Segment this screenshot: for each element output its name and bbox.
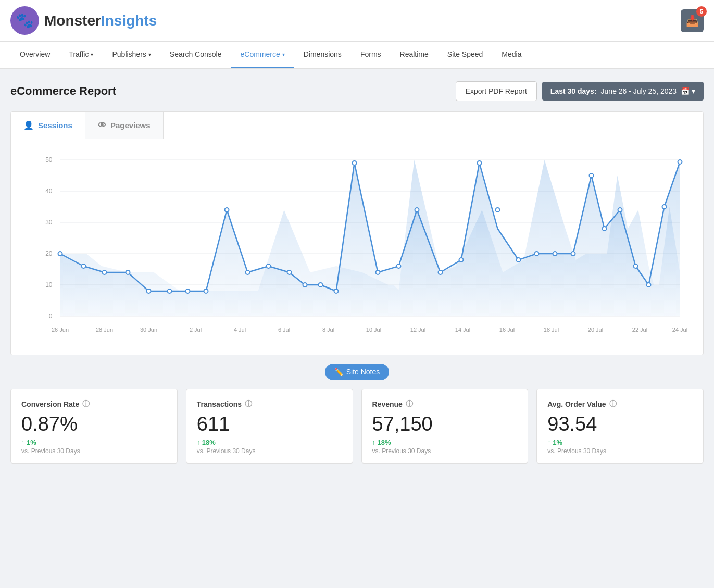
line-chart: 50 40 30 20 10 0 <box>21 149 693 347</box>
svg-text:40: 40 <box>45 187 53 195</box>
ecommerce-chevron: ▾ <box>282 52 285 57</box>
tab-pageviews[interactable]: 👁 Pageviews <box>85 112 164 139</box>
site-notes-button[interactable]: ✏️ Site Notes <box>325 364 390 380</box>
date-range-button[interactable]: Last 30 days: June 26 - July 25, 2023 📅 … <box>542 82 704 101</box>
stat-label-revenue: Revenue ⓘ <box>372 399 518 409</box>
pageviews-icon: 👁 <box>98 121 106 130</box>
data-point <box>376 270 380 274</box>
svg-text:24 Jul: 24 Jul <box>672 327 687 333</box>
header: 🐾 MonsterInsights 📥 5 <box>0 0 714 42</box>
pencil-icon: ✏️ <box>334 368 343 376</box>
data-point <box>319 283 323 287</box>
stat-period-revenue: vs. Previous 30 Days <box>372 447 518 455</box>
nav-item-publishers[interactable]: Publishers ▾ <box>103 42 160 68</box>
svg-text:22 Jul: 22 Jul <box>632 327 647 333</box>
stat-card-transactions: Transactions ⓘ 611 ↑ 18% vs. Previous 30… <box>186 389 353 464</box>
data-point <box>662 205 667 209</box>
svg-text:30: 30 <box>45 219 53 226</box>
data-point <box>647 283 651 287</box>
data-point <box>517 258 521 262</box>
nav-item-media[interactable]: Media <box>492 42 531 68</box>
sessions-icon: 👤 <box>23 120 34 130</box>
site-notes-bar: ✏️ Site Notes <box>10 364 704 380</box>
transactions-info-icon[interactable]: ⓘ <box>245 399 252 409</box>
svg-text:50: 50 <box>45 156 53 164</box>
stat-period-conversion: vs. Previous 30 Days <box>21 447 167 455</box>
nav-item-overview[interactable]: Overview <box>10 42 59 68</box>
revenue-info-icon[interactable]: ⓘ <box>406 399 413 409</box>
stat-card-conversion: Conversion Rate ⓘ 0.87% ↑ 1% vs. Previou… <box>10 389 178 464</box>
chart-panel: 👤 Sessions 👁 Pageviews <box>10 111 704 355</box>
data-point <box>634 264 638 268</box>
stat-label-transactions: Transactions ⓘ <box>197 399 342 409</box>
main-nav: Overview Traffic ▾ Publishers ▾ Search C… <box>0 42 714 69</box>
avg-order-info-icon[interactable]: ⓘ <box>609 399 617 409</box>
nav-item-realtime[interactable]: Realtime <box>391 42 438 68</box>
date-label: Last 30 days: <box>550 87 597 95</box>
nav-item-site-speed[interactable]: Site Speed <box>438 42 493 68</box>
chart-area: 50 40 30 20 10 0 <box>11 139 703 355</box>
data-point <box>478 161 482 165</box>
data-point <box>603 227 607 231</box>
site-notes-label: Site Notes <box>346 368 380 376</box>
stat-period-avg-order: vs. Previous 30 Days <box>547 447 693 455</box>
svg-text:18 Jul: 18 Jul <box>544 327 559 333</box>
stat-card-revenue: Revenue ⓘ 57,150 ↑ 18% vs. Previous 30 D… <box>361 389 529 464</box>
stat-label-conversion: Conversion Rate ⓘ <box>21 399 167 409</box>
logo-icon: 🐾 <box>10 6 39 35</box>
tab-pageviews-label: Pageviews <box>110 121 151 130</box>
data-point <box>678 160 682 164</box>
data-point <box>168 289 172 293</box>
svg-text:20: 20 <box>45 250 53 257</box>
svg-text:6 Jul: 6 Jul <box>278 327 290 333</box>
nav-item-dimensions[interactable]: Dimensions <box>294 42 351 68</box>
svg-text:16 Jul: 16 Jul <box>499 327 515 333</box>
svg-text:14 Jul: 14 Jul <box>455 327 470 333</box>
data-point <box>439 270 443 274</box>
stat-change-conversion: ↑ 1% <box>21 439 167 446</box>
data-point <box>535 252 539 256</box>
data-point <box>287 270 292 274</box>
data-point <box>204 289 208 293</box>
header-right: 📥 5 <box>681 9 704 32</box>
data-point <box>459 258 464 262</box>
conversion-info-icon[interactable]: ⓘ <box>82 399 90 409</box>
data-point <box>303 283 307 287</box>
data-point <box>334 289 339 293</box>
logo-text: MonsterInsights <box>44 12 157 29</box>
svg-text:28 Jun: 28 Jun <box>96 327 113 333</box>
stat-period-transactions: vs. Previous 30 Days <box>197 447 342 455</box>
notification-button[interactable]: 📥 5 <box>681 9 704 32</box>
svg-text:26 Jun: 26 Jun <box>52 327 69 333</box>
report-header: eCommerce Report Export PDF Report Last … <box>10 81 704 101</box>
tab-sessions[interactable]: 👤 Sessions <box>11 112 85 139</box>
svg-text:8 Jul: 8 Jul <box>322 327 334 333</box>
date-range: June 26 - July 25, 2023 <box>601 87 677 95</box>
svg-text:2 Jul: 2 Jul <box>190 327 202 333</box>
data-point <box>246 270 250 274</box>
data-point <box>267 264 271 268</box>
nav-item-traffic[interactable]: Traffic ▾ <box>59 42 103 68</box>
nav-item-ecommerce[interactable]: eCommerce ▾ <box>231 42 294 68</box>
svg-text:20 Jul: 20 Jul <box>588 327 603 333</box>
stat-card-avg-order: Avg. Order Value ⓘ 93.54 ↑ 1% vs. Previo… <box>536 389 704 464</box>
traffic-chevron: ▾ <box>91 52 93 57</box>
chart-tabs: 👤 Sessions 👁 Pageviews <box>11 112 703 139</box>
notification-badge: 5 <box>696 6 707 17</box>
stat-value-conversion: 0.87% <box>21 413 167 435</box>
svg-marker-12 <box>60 162 680 316</box>
data-point <box>103 270 107 274</box>
stats-grid: Conversion Rate ⓘ 0.87% ↑ 1% vs. Previou… <box>10 389 704 464</box>
data-point <box>415 208 419 212</box>
nav-item-forms[interactable]: Forms <box>351 42 391 68</box>
main-content: eCommerce Report Export PDF Report Last … <box>0 69 714 476</box>
chart-svg-container: 50 40 30 20 10 0 <box>21 149 693 349</box>
stat-value-transactions: 611 <box>197 413 342 435</box>
nav-item-search-console[interactable]: Search Console <box>160 42 231 68</box>
data-point <box>58 252 62 256</box>
tab-sessions-label: Sessions <box>38 121 72 130</box>
export-pdf-button[interactable]: Export PDF Report <box>456 81 537 101</box>
stat-value-avg-order: 93.54 <box>547 413 693 435</box>
data-point <box>225 208 229 212</box>
report-title: eCommerce Report <box>10 84 116 98</box>
